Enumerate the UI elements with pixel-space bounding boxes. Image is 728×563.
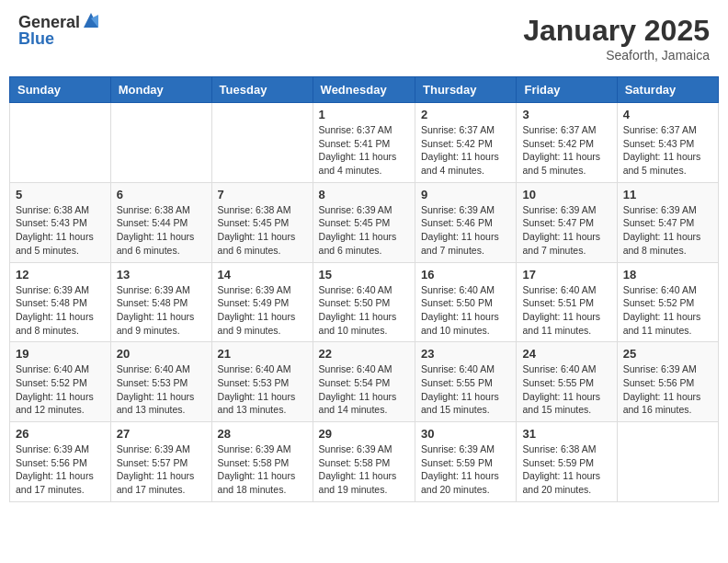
week-row-1: 1Sunrise: 6:37 AMSunset: 5:41 PMDaylight… — [10, 103, 719, 183]
day-number: 28 — [218, 427, 307, 441]
weekday-header-friday: Friday — [517, 77, 617, 103]
week-row-5: 26Sunrise: 6:39 AMSunset: 5:56 PMDayligh… — [10, 422, 719, 502]
calendar-table: SundayMondayTuesdayWednesdayThursdayFrid… — [9, 76, 719, 502]
day-info: Sunrise: 6:39 AMSunset: 5:48 PMDaylight:… — [117, 283, 206, 338]
day-number: 16 — [421, 268, 510, 282]
day-info: Sunrise: 6:39 AMSunset: 5:58 PMDaylight:… — [218, 442, 307, 497]
calendar-cell: 13Sunrise: 6:39 AMSunset: 5:48 PMDayligh… — [110, 262, 211, 342]
calendar-cell: 10Sunrise: 6:39 AMSunset: 5:47 PMDayligh… — [517, 182, 617, 262]
day-number: 8 — [319, 188, 409, 201]
weekday-header-monday: Monday — [110, 77, 211, 103]
day-info: Sunrise: 6:40 AMSunset: 5:55 PMDaylight:… — [522, 362, 610, 417]
calendar-cell: 19Sunrise: 6:40 AMSunset: 5:52 PMDayligh… — [10, 342, 111, 422]
day-info: Sunrise: 6:40 AMSunset: 5:52 PMDaylight:… — [16, 362, 105, 417]
day-info: Sunrise: 6:39 AMSunset: 5:47 PMDaylight:… — [623, 203, 712, 258]
day-number: 7 — [218, 188, 307, 201]
logo-icon — [82, 11, 100, 29]
month-title: January 2025 — [523, 14, 710, 48]
weekday-header-row: SundayMondayTuesdayWednesdayThursdayFrid… — [10, 77, 719, 103]
day-number: 11 — [623, 188, 712, 201]
day-number: 9 — [421, 188, 510, 201]
calendar-cell: 9Sunrise: 6:39 AMSunset: 5:46 PMDaylight… — [415, 182, 517, 262]
day-info: Sunrise: 6:38 AMSunset: 5:44 PMDaylight:… — [117, 203, 206, 258]
day-number: 20 — [117, 347, 206, 361]
calendar-cell: 20Sunrise: 6:40 AMSunset: 5:53 PMDayligh… — [110, 342, 211, 422]
day-info: Sunrise: 6:39 AMSunset: 5:49 PMDaylight:… — [218, 283, 307, 338]
day-number: 13 — [117, 268, 206, 282]
calendar-cell: 7Sunrise: 6:38 AMSunset: 5:45 PMDaylight… — [211, 182, 313, 262]
location-subtitle: Seaforth, Jamaica — [523, 48, 710, 63]
day-info: Sunrise: 6:40 AMSunset: 5:53 PMDaylight:… — [218, 362, 307, 417]
calendar-cell: 3Sunrise: 6:37 AMSunset: 5:42 PMDaylight… — [517, 103, 617, 183]
weekday-header-tuesday: Tuesday — [211, 77, 313, 103]
week-row-4: 19Sunrise: 6:40 AMSunset: 5:52 PMDayligh… — [10, 342, 719, 422]
day-number: 1 — [319, 108, 409, 121]
day-info: Sunrise: 6:39 AMSunset: 5:57 PMDaylight:… — [117, 442, 206, 497]
day-info: Sunrise: 6:39 AMSunset: 5:56 PMDaylight:… — [16, 442, 105, 497]
calendar-cell: 11Sunrise: 6:39 AMSunset: 5:47 PMDayligh… — [617, 182, 718, 262]
weekday-header-saturday: Saturday — [617, 77, 718, 103]
calendar-cell: 30Sunrise: 6:39 AMSunset: 5:59 PMDayligh… — [415, 422, 517, 502]
calendar-cell: 5Sunrise: 6:38 AMSunset: 5:43 PMDaylight… — [10, 182, 111, 262]
calendar-cell: 14Sunrise: 6:39 AMSunset: 5:49 PMDayligh… — [211, 262, 313, 342]
day-number: 4 — [623, 108, 712, 121]
calendar-cell: 25Sunrise: 6:39 AMSunset: 5:56 PMDayligh… — [617, 342, 718, 422]
weekday-header-wednesday: Wednesday — [313, 77, 415, 103]
day-info: Sunrise: 6:37 AMSunset: 5:42 PMDaylight:… — [421, 123, 510, 178]
day-number: 3 — [522, 108, 610, 121]
day-number: 25 — [623, 347, 712, 361]
day-info: Sunrise: 6:37 AMSunset: 5:43 PMDaylight:… — [623, 123, 712, 178]
logo-general-text: General — [18, 14, 80, 30]
day-number: 17 — [522, 268, 610, 282]
day-number: 21 — [218, 347, 307, 361]
day-number: 27 — [117, 427, 206, 441]
day-info: Sunrise: 6:38 AMSunset: 5:43 PMDaylight:… — [16, 203, 105, 258]
calendar-cell — [10, 103, 111, 183]
weekday-header-thursday: Thursday — [415, 77, 517, 103]
day-info: Sunrise: 6:37 AMSunset: 5:42 PMDaylight:… — [522, 123, 610, 178]
day-info: Sunrise: 6:40 AMSunset: 5:50 PMDaylight:… — [319, 283, 409, 338]
calendar-cell: 23Sunrise: 6:40 AMSunset: 5:55 PMDayligh… — [415, 342, 517, 422]
calendar-cell: 29Sunrise: 6:39 AMSunset: 5:58 PMDayligh… — [313, 422, 415, 502]
week-row-2: 5Sunrise: 6:38 AMSunset: 5:43 PMDaylight… — [10, 182, 719, 262]
day-number: 19 — [16, 347, 105, 361]
day-number: 18 — [623, 268, 712, 282]
day-number: 2 — [421, 108, 510, 121]
day-number: 12 — [16, 268, 105, 282]
day-number: 14 — [218, 268, 307, 282]
calendar-cell: 2Sunrise: 6:37 AMSunset: 5:42 PMDaylight… — [415, 103, 517, 183]
calendar-cell: 8Sunrise: 6:39 AMSunset: 5:45 PMDaylight… — [313, 182, 415, 262]
day-info: Sunrise: 6:40 AMSunset: 5:55 PMDaylight:… — [421, 362, 510, 417]
day-info: Sunrise: 6:39 AMSunset: 5:47 PMDaylight:… — [522, 203, 610, 258]
day-number: 23 — [421, 347, 510, 361]
calendar-cell: 6Sunrise: 6:38 AMSunset: 5:44 PMDaylight… — [110, 182, 211, 262]
calendar-cell: 22Sunrise: 6:40 AMSunset: 5:54 PMDayligh… — [313, 342, 415, 422]
day-number: 26 — [16, 427, 105, 441]
calendar-cell: 17Sunrise: 6:40 AMSunset: 5:51 PMDayligh… — [517, 262, 617, 342]
day-number: 15 — [319, 268, 409, 282]
calendar-cell — [617, 422, 718, 502]
calendar-cell: 28Sunrise: 6:39 AMSunset: 5:58 PMDayligh… — [211, 422, 313, 502]
logo-blue-text: Blue — [18, 30, 100, 47]
calendar-cell: 4Sunrise: 6:37 AMSunset: 5:43 PMDaylight… — [617, 103, 718, 183]
calendar-cell: 24Sunrise: 6:40 AMSunset: 5:55 PMDayligh… — [517, 342, 617, 422]
day-info: Sunrise: 6:39 AMSunset: 5:58 PMDaylight:… — [319, 442, 409, 497]
day-info: Sunrise: 6:39 AMSunset: 5:48 PMDaylight:… — [16, 283, 105, 338]
day-number: 10 — [522, 188, 610, 201]
day-info: Sunrise: 6:40 AMSunset: 5:53 PMDaylight:… — [117, 362, 206, 417]
weekday-header-sunday: Sunday — [10, 77, 111, 103]
calendar-cell — [110, 103, 211, 183]
calendar-cell: 12Sunrise: 6:39 AMSunset: 5:48 PMDayligh… — [10, 262, 111, 342]
day-info: Sunrise: 6:38 AMSunset: 5:45 PMDaylight:… — [218, 203, 307, 258]
day-info: Sunrise: 6:37 AMSunset: 5:41 PMDaylight:… — [319, 123, 409, 178]
day-info: Sunrise: 6:39 AMSunset: 5:45 PMDaylight:… — [319, 203, 409, 258]
calendar-cell: 21Sunrise: 6:40 AMSunset: 5:53 PMDayligh… — [211, 342, 313, 422]
calendar-cell: 1Sunrise: 6:37 AMSunset: 5:41 PMDaylight… — [313, 103, 415, 183]
calendar-cell: 18Sunrise: 6:40 AMSunset: 5:52 PMDayligh… — [617, 262, 718, 342]
day-number: 5 — [16, 188, 105, 201]
day-info: Sunrise: 6:40 AMSunset: 5:52 PMDaylight:… — [623, 283, 712, 338]
calendar-cell: 27Sunrise: 6:39 AMSunset: 5:57 PMDayligh… — [110, 422, 211, 502]
day-info: Sunrise: 6:40 AMSunset: 5:54 PMDaylight:… — [319, 362, 409, 417]
logo: General Blue — [18, 14, 100, 47]
day-info: Sunrise: 6:39 AMSunset: 5:46 PMDaylight:… — [421, 203, 510, 258]
